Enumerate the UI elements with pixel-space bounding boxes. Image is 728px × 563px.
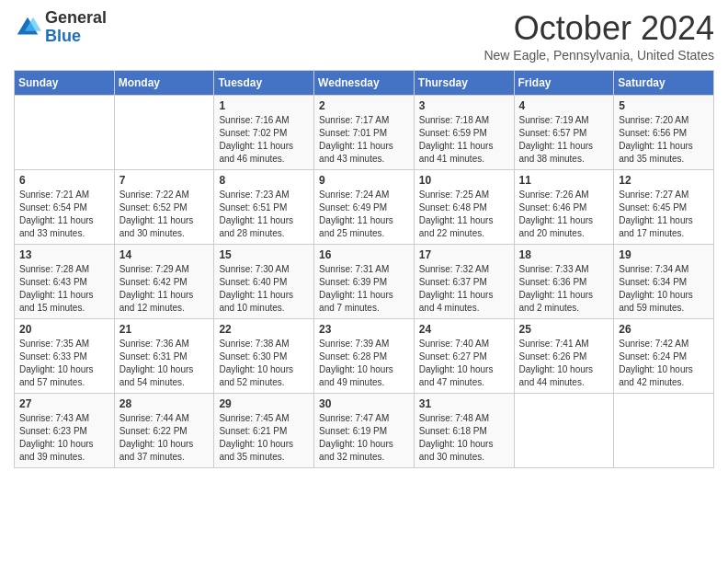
day-info: Sunrise: 7:47 AM Sunset: 6:19 PM Dayligh…	[319, 412, 409, 464]
day-info: Sunrise: 7:31 AM Sunset: 6:39 PM Dayligh…	[319, 263, 409, 315]
day-number: 25	[519, 323, 609, 336]
calendar-week-2: 6Sunrise: 7:21 AM Sunset: 6:54 PM Daylig…	[15, 170, 714, 245]
logo-icon	[14, 14, 41, 41]
day-number: 11	[519, 174, 609, 187]
calendar-cell	[514, 394, 614, 468]
calendar-cell: 27Sunrise: 7:43 AM Sunset: 6:23 PM Dayli…	[15, 394, 115, 468]
day-number: 5	[619, 99, 709, 112]
col-wednesday: Wednesday	[314, 71, 415, 96]
calendar-cell: 11Sunrise: 7:26 AM Sunset: 6:46 PM Dayli…	[514, 170, 614, 245]
calendar-cell: 16Sunrise: 7:31 AM Sunset: 6:39 PM Dayli…	[314, 245, 415, 319]
day-number: 20	[19, 323, 109, 336]
day-info: Sunrise: 7:25 AM Sunset: 6:48 PM Dayligh…	[419, 189, 509, 240]
col-thursday: Thursday	[414, 71, 514, 96]
month-title: October 2024	[483, 9, 714, 48]
day-number: 1	[219, 99, 309, 112]
calendar-cell: 8Sunrise: 7:23 AM Sunset: 6:51 PM Daylig…	[214, 170, 314, 245]
calendar-cell: 5Sunrise: 7:20 AM Sunset: 6:56 PM Daylig…	[614, 96, 714, 170]
day-info: Sunrise: 7:34 AM Sunset: 6:34 PM Dayligh…	[619, 263, 709, 315]
calendar-week-5: 27Sunrise: 7:43 AM Sunset: 6:23 PM Dayli…	[15, 394, 714, 468]
day-number: 6	[19, 174, 109, 187]
calendar-cell	[614, 394, 714, 468]
calendar-cell: 3Sunrise: 7:18 AM Sunset: 6:59 PM Daylig…	[414, 96, 514, 170]
day-info: Sunrise: 7:48 AM Sunset: 6:18 PM Dayligh…	[419, 412, 509, 464]
page-header: General Blue October 2024 New Eagle, Pen…	[14, 9, 714, 63]
day-info: Sunrise: 7:45 AM Sunset: 6:21 PM Dayligh…	[219, 412, 309, 464]
day-number: 9	[319, 174, 409, 187]
calendar-cell: 1Sunrise: 7:16 AM Sunset: 7:02 PM Daylig…	[214, 96, 314, 170]
calendar-cell: 10Sunrise: 7:25 AM Sunset: 6:48 PM Dayli…	[414, 170, 514, 245]
calendar-cell	[114, 96, 214, 170]
header-row: Sunday Monday Tuesday Wednesday Thursday…	[15, 71, 714, 96]
calendar-week-3: 13Sunrise: 7:28 AM Sunset: 6:43 PM Dayli…	[15, 245, 714, 319]
day-number: 23	[319, 323, 409, 336]
day-number: 10	[419, 174, 509, 187]
day-number: 31	[419, 397, 509, 410]
calendar-cell: 30Sunrise: 7:47 AM Sunset: 6:19 PM Dayli…	[314, 394, 415, 468]
calendar-cell: 20Sunrise: 7:35 AM Sunset: 6:33 PM Dayli…	[15, 319, 115, 394]
day-number: 22	[219, 323, 309, 336]
day-info: Sunrise: 7:33 AM Sunset: 6:36 PM Dayligh…	[519, 263, 609, 315]
day-number: 2	[319, 99, 409, 112]
day-number: 18	[519, 248, 609, 261]
day-number: 27	[19, 397, 109, 410]
calendar-cell: 31Sunrise: 7:48 AM Sunset: 6:18 PM Dayli…	[414, 394, 514, 468]
calendar-cell: 22Sunrise: 7:38 AM Sunset: 6:30 PM Dayli…	[214, 319, 314, 394]
day-info: Sunrise: 7:16 AM Sunset: 7:02 PM Dayligh…	[219, 114, 309, 166]
day-number: 12	[619, 174, 709, 187]
day-info: Sunrise: 7:21 AM Sunset: 6:54 PM Dayligh…	[19, 189, 109, 240]
calendar-cell: 23Sunrise: 7:39 AM Sunset: 6:28 PM Dayli…	[314, 319, 415, 394]
day-number: 24	[419, 323, 509, 336]
calendar-body: 1Sunrise: 7:16 AM Sunset: 7:02 PM Daylig…	[15, 96, 714, 468]
calendar-cell: 12Sunrise: 7:27 AM Sunset: 6:45 PM Dayli…	[614, 170, 714, 245]
day-info: Sunrise: 7:39 AM Sunset: 6:28 PM Dayligh…	[319, 338, 409, 389]
day-number: 8	[219, 174, 309, 187]
day-info: Sunrise: 7:32 AM Sunset: 6:37 PM Dayligh…	[419, 263, 509, 315]
day-info: Sunrise: 7:38 AM Sunset: 6:30 PM Dayligh…	[219, 338, 309, 389]
col-monday: Monday	[114, 71, 214, 96]
day-number: 21	[119, 323, 210, 336]
day-info: Sunrise: 7:18 AM Sunset: 6:59 PM Dayligh…	[419, 114, 509, 166]
calendar-week-1: 1Sunrise: 7:16 AM Sunset: 7:02 PM Daylig…	[15, 96, 714, 170]
col-sunday: Sunday	[15, 71, 115, 96]
logo: General Blue	[14, 9, 107, 46]
day-info: Sunrise: 7:41 AM Sunset: 6:26 PM Dayligh…	[519, 338, 609, 389]
day-info: Sunrise: 7:40 AM Sunset: 6:27 PM Dayligh…	[419, 338, 509, 389]
calendar-cell: 18Sunrise: 7:33 AM Sunset: 6:36 PM Dayli…	[514, 245, 614, 319]
calendar-cell: 2Sunrise: 7:17 AM Sunset: 7:01 PM Daylig…	[314, 96, 415, 170]
calendar-cell: 29Sunrise: 7:45 AM Sunset: 6:21 PM Dayli…	[214, 394, 314, 468]
day-info: Sunrise: 7:36 AM Sunset: 6:31 PM Dayligh…	[119, 338, 210, 389]
day-number: 3	[419, 99, 509, 112]
day-number: 16	[319, 248, 409, 261]
logo-text: General Blue	[45, 9, 107, 46]
day-number: 13	[19, 248, 109, 261]
day-info: Sunrise: 7:30 AM Sunset: 6:40 PM Dayligh…	[219, 263, 309, 315]
day-info: Sunrise: 7:29 AM Sunset: 6:42 PM Dayligh…	[119, 263, 210, 315]
day-number: 29	[219, 397, 309, 410]
col-friday: Friday	[514, 71, 614, 96]
calendar-cell: 6Sunrise: 7:21 AM Sunset: 6:54 PM Daylig…	[15, 170, 115, 245]
calendar-cell: 28Sunrise: 7:44 AM Sunset: 6:22 PM Dayli…	[114, 394, 214, 468]
calendar-table: Sunday Monday Tuesday Wednesday Thursday…	[14, 70, 714, 468]
day-info: Sunrise: 7:27 AM Sunset: 6:45 PM Dayligh…	[619, 189, 709, 240]
day-number: 28	[119, 397, 210, 410]
day-number: 17	[419, 248, 509, 261]
calendar-cell: 7Sunrise: 7:22 AM Sunset: 6:52 PM Daylig…	[114, 170, 214, 245]
day-number: 19	[619, 248, 709, 261]
calendar-cell: 9Sunrise: 7:24 AM Sunset: 6:49 PM Daylig…	[314, 170, 415, 245]
day-number: 14	[119, 248, 210, 261]
calendar-cell: 4Sunrise: 7:19 AM Sunset: 6:57 PM Daylig…	[514, 96, 614, 170]
day-number: 4	[519, 99, 609, 112]
day-number: 30	[319, 397, 409, 410]
day-number: 15	[219, 248, 309, 261]
day-info: Sunrise: 7:35 AM Sunset: 6:33 PM Dayligh…	[19, 338, 109, 389]
col-tuesday: Tuesday	[214, 71, 314, 96]
calendar-cell: 13Sunrise: 7:28 AM Sunset: 6:43 PM Dayli…	[15, 245, 115, 319]
day-info: Sunrise: 7:28 AM Sunset: 6:43 PM Dayligh…	[19, 263, 109, 315]
day-info: Sunrise: 7:44 AM Sunset: 6:22 PM Dayligh…	[119, 412, 210, 464]
calendar-cell	[15, 96, 115, 170]
day-info: Sunrise: 7:20 AM Sunset: 6:56 PM Dayligh…	[619, 114, 709, 166]
calendar-cell: 14Sunrise: 7:29 AM Sunset: 6:42 PM Dayli…	[114, 245, 214, 319]
calendar-cell: 26Sunrise: 7:42 AM Sunset: 6:24 PM Dayli…	[614, 319, 714, 394]
calendar-cell: 21Sunrise: 7:36 AM Sunset: 6:31 PM Dayli…	[114, 319, 214, 394]
